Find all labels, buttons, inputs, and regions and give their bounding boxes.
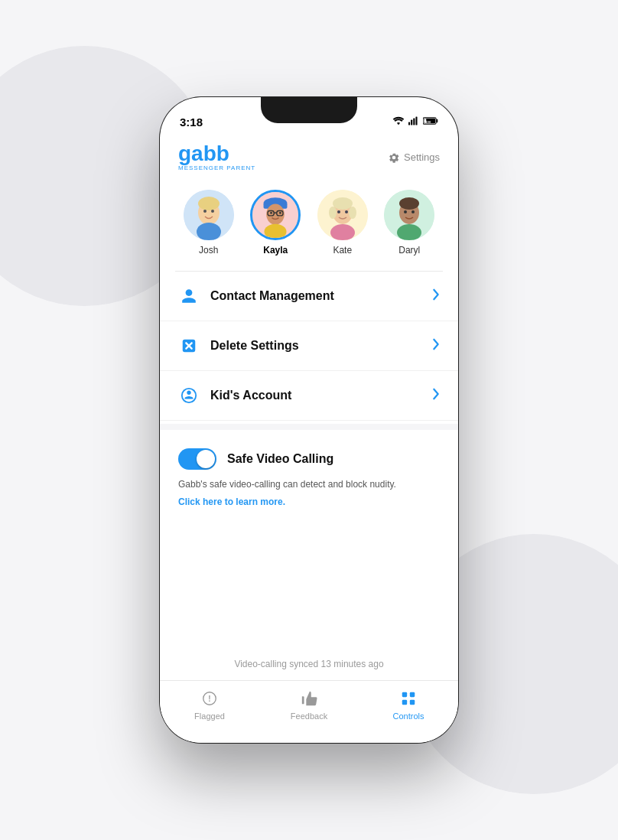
battery-icon: 100	[423, 115, 438, 129]
svg-point-24	[265, 224, 287, 239]
menu-label-delete: Delete Settings	[210, 339, 432, 353]
menu-item-contact-management[interactable]: Contact Management	[160, 272, 458, 321]
svg-point-23	[279, 212, 281, 214]
avatar-svg-kayla	[252, 190, 298, 240]
nav-item-controls[interactable]: Controls	[359, 689, 458, 721]
logo: gabb MESSENGER PARENT	[178, 143, 255, 171]
svg-rect-46	[410, 692, 415, 697]
safe-video-title: Safe Video Calling	[227, 452, 333, 466]
wifi-icon	[392, 115, 405, 129]
safe-video-section: Safe Video Calling Gabb's safe video-cal…	[160, 433, 458, 523]
avatar-circle-kate	[317, 190, 368, 240]
sync-status-text: Video-calling synced 13 minutes ago	[234, 659, 383, 669]
avatar-name-kate: Kate	[333, 245, 352, 256]
svg-point-30	[337, 210, 340, 213]
phone-shell: 3:18	[160, 97, 458, 743]
svg-point-27	[333, 197, 353, 210]
avatar-item-kayla[interactable]: Kayla	[250, 190, 301, 256]
avatar-svg-kate	[317, 190, 368, 240]
menu-label-contact: Contact Management	[210, 289, 432, 303]
avatar-name-kayla: Kayla	[263, 245, 288, 256]
app-header: gabb MESSENGER PARENT Settings	[160, 135, 458, 182]
status-icons: 100	[392, 115, 438, 129]
svg-point-31	[345, 210, 348, 213]
svg-point-14	[197, 223, 221, 240]
notch	[261, 97, 357, 123]
avatar-item-daryl[interactable]: Daryl	[384, 190, 434, 256]
person-icon	[178, 285, 200, 307]
svg-point-29	[349, 207, 356, 219]
nav-label-feedback: Feedback	[291, 711, 327, 721]
avatar-svg-josh	[184, 190, 234, 240]
sync-status: Video-calling synced 13 minutes ago	[160, 646, 458, 682]
logo-subtitle: MESSENGER PARENT	[178, 164, 255, 171]
thumbsup-icon	[299, 689, 319, 708]
grid-icon	[398, 689, 418, 708]
account-icon	[178, 385, 200, 406]
nav-label-flagged: Flagged	[194, 711, 225, 721]
chevron-right-icon-kids	[432, 388, 440, 403]
settings-button[interactable]: Settings	[388, 151, 440, 164]
svg-rect-1	[411, 120, 412, 125]
svg-rect-0	[408, 122, 410, 125]
avatar-circle-kayla	[250, 190, 301, 240]
logo-text: gabb	[178, 143, 255, 164]
status-time: 3:18	[180, 116, 203, 129]
svg-point-12	[203, 210, 207, 213]
svg-rect-5	[437, 119, 438, 122]
svg-point-22	[270, 212, 272, 214]
svg-text:!: !	[208, 695, 210, 703]
avatars-row: Josh	[160, 182, 458, 271]
avatar-circle-daryl	[384, 190, 434, 240]
avatar-item-kate[interactable]: Kate	[317, 190, 368, 256]
safe-video-desc: Gabb's safe video-calling can detect and…	[178, 477, 440, 491]
signal-icon	[408, 115, 419, 129]
safe-video-toggle[interactable]	[178, 448, 216, 470]
bottom-nav: ! Flagged Feedback	[160, 680, 458, 743]
svg-rect-48	[410, 700, 415, 705]
svg-point-36	[404, 210, 407, 213]
svg-rect-3	[415, 116, 417, 125]
svg-rect-45	[402, 692, 407, 697]
avatar-circle-josh	[184, 190, 234, 240]
svg-point-32	[330, 224, 355, 240]
chevron-right-icon-delete	[432, 338, 440, 353]
menu-item-kids-account[interactable]: Kid's Account	[160, 371, 458, 421]
settings-label: Settings	[404, 151, 440, 163]
chevron-right-icon-contact	[432, 288, 440, 304]
toggle-thumb	[197, 450, 215, 468]
svg-point-35	[399, 197, 419, 210]
svg-point-13	[211, 210, 214, 213]
flag-icon: !	[200, 689, 220, 708]
avatar-item-josh[interactable]: Josh	[184, 190, 234, 256]
nav-item-flagged[interactable]: ! Flagged	[160, 689, 259, 721]
section-divider	[160, 424, 458, 430]
svg-point-38	[397, 224, 421, 240]
delete-icon	[178, 335, 200, 357]
safe-video-header: Safe Video Calling	[178, 448, 440, 470]
svg-point-37	[411, 210, 415, 213]
svg-point-28	[329, 207, 337, 219]
avatar-name-daryl: Daryl	[398, 245, 420, 256]
menu-item-delete-settings[interactable]: Delete Settings	[160, 321, 458, 371]
svg-point-11	[198, 197, 220, 210]
avatar-svg-daryl	[384, 190, 434, 240]
screen: 3:18	[160, 97, 458, 743]
svg-rect-2	[413, 119, 415, 125]
menu-label-kids: Kid's Account	[210, 389, 432, 402]
nav-item-feedback[interactable]: Feedback	[259, 689, 359, 721]
svg-text:100: 100	[425, 120, 431, 124]
nav-label-controls: Controls	[393, 711, 424, 721]
svg-point-18	[266, 203, 285, 224]
safe-video-link[interactable]: Click here to learn more.	[178, 497, 285, 507]
avatar-name-josh: Josh	[199, 245, 218, 256]
svg-rect-47	[402, 700, 407, 705]
